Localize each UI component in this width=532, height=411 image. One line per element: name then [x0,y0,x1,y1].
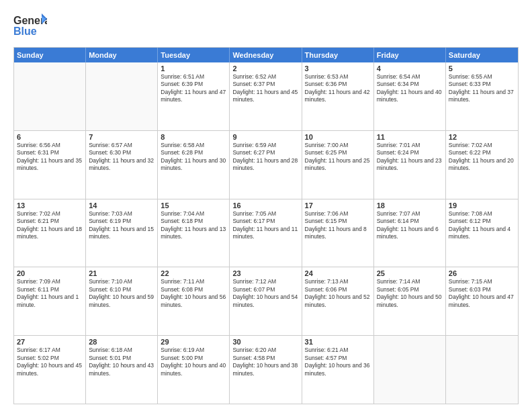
table-row: 31Sunrise: 6:21 AMSunset: 4:57 PMDayligh… [302,336,374,404]
day-info: Sunrise: 7:02 AMSunset: 6:21 PMDaylight:… [17,210,83,241]
table-row: 7Sunrise: 6:57 AMSunset: 6:30 PMDaylight… [86,131,158,199]
day-info: Sunrise: 7:09 AMSunset: 6:11 PMDaylight:… [17,278,83,309]
table-row: 5Sunrise: 6:55 AMSunset: 6:33 PMDaylight… [446,62,518,130]
day-number: 11 [377,133,443,141]
table-row: 1Sunrise: 6:51 AMSunset: 6:39 PMDaylight… [158,62,230,130]
day-number: 6 [17,133,83,141]
table-row [14,62,86,130]
day-info: Sunrise: 7:02 AMSunset: 6:22 PMDaylight:… [449,142,515,173]
day-number: 23 [232,269,298,277]
calendar: SundayMondayTuesdayWednesdayThursdayFrid… [13,47,519,404]
day-info: Sunrise: 6:19 AMSunset: 5:00 PMDaylight:… [161,347,226,377]
page: General Blue SundayMondayTuesdayWednesda… [0,0,532,411]
table-row: 27Sunrise: 6:17 AMSunset: 5:02 PMDayligh… [14,336,86,404]
header-day-thursday: Thursday [302,48,374,62]
header-day-tuesday: Tuesday [158,48,230,62]
day-info: Sunrise: 6:20 AMSunset: 4:58 PMDaylight:… [232,347,298,377]
table-row: 4Sunrise: 6:54 AMSunset: 6:34 PMDaylight… [374,62,446,130]
day-number: 24 [305,269,371,277]
table-row: 25Sunrise: 7:14 AMSunset: 6:05 PMDayligh… [374,267,446,335]
header-day-wednesday: Wednesday [230,48,302,62]
header-day-sunday: Sunday [14,48,86,62]
day-info: Sunrise: 6:18 AMSunset: 5:01 PMDaylight:… [89,347,154,377]
table-row: 28Sunrise: 6:18 AMSunset: 5:01 PMDayligh… [86,336,158,404]
day-number: 7 [89,133,154,141]
day-number: 13 [17,201,83,210]
day-info: Sunrise: 6:55 AMSunset: 6:33 PMDaylight:… [449,73,515,104]
table-row: 10Sunrise: 7:00 AMSunset: 6:25 PMDayligh… [302,131,374,199]
day-info: Sunrise: 7:12 AMSunset: 6:07 PMDaylight:… [232,278,298,309]
day-number: 4 [377,64,443,73]
day-number: 10 [305,133,371,141]
day-number: 21 [89,269,154,277]
table-row: 9Sunrise: 6:59 AMSunset: 6:27 PMDaylight… [230,131,302,199]
table-row: 15Sunrise: 7:04 AMSunset: 6:18 PMDayligh… [158,199,230,267]
day-info: Sunrise: 7:11 AMSunset: 6:08 PMDaylight:… [161,278,226,309]
table-row: 29Sunrise: 6:19 AMSunset: 5:00 PMDayligh… [158,336,230,404]
day-info: Sunrise: 6:51 AMSunset: 6:39 PMDaylight:… [161,73,226,104]
calendar-header: SundayMondayTuesdayWednesdayThursdayFrid… [14,48,518,62]
day-number: 31 [305,338,371,346]
day-number: 5 [449,64,515,73]
day-info: Sunrise: 7:14 AMSunset: 6:05 PMDaylight:… [377,278,443,309]
calendar-row-2: 13Sunrise: 7:02 AMSunset: 6:21 PMDayligh… [14,199,518,267]
day-info: Sunrise: 7:15 AMSunset: 6:03 PMDaylight:… [449,278,515,309]
day-number: 16 [232,201,298,210]
svg-text:Blue: Blue [13,26,37,37]
header-day-friday: Friday [374,48,446,62]
day-info: Sunrise: 7:07 AMSunset: 6:14 PMDaylight:… [377,210,443,241]
day-info: Sunrise: 6:59 AMSunset: 6:27 PMDaylight:… [232,142,298,173]
day-info: Sunrise: 7:13 AMSunset: 6:06 PMDaylight:… [305,278,371,309]
day-info: Sunrise: 7:00 AMSunset: 6:25 PMDaylight:… [305,142,371,173]
day-number: 3 [305,64,371,73]
table-row: 21Sunrise: 7:10 AMSunset: 6:10 PMDayligh… [86,267,158,335]
day-info: Sunrise: 7:03 AMSunset: 6:19 PMDaylight:… [89,210,154,241]
day-number: 27 [17,338,83,346]
day-number: 15 [161,201,226,210]
day-number: 19 [449,201,515,210]
table-row: 19Sunrise: 7:08 AMSunset: 6:12 PMDayligh… [446,199,518,267]
day-number: 26 [449,269,515,277]
logo-icon: General Blue [13,12,47,40]
day-info: Sunrise: 7:08 AMSunset: 6:12 PMDaylight:… [449,210,515,241]
calendar-row-3: 20Sunrise: 7:09 AMSunset: 6:11 PMDayligh… [14,267,518,335]
day-number: 2 [232,64,298,73]
table-row: 22Sunrise: 7:11 AMSunset: 6:08 PMDayligh… [158,267,230,335]
day-number: 22 [161,269,226,277]
day-number: 9 [232,133,298,141]
header: General Blue [13,12,519,40]
table-row: 12Sunrise: 7:02 AMSunset: 6:22 PMDayligh… [446,131,518,199]
day-info: Sunrise: 6:52 AMSunset: 6:37 PMDaylight:… [232,73,298,104]
table-row: 2Sunrise: 6:52 AMSunset: 6:37 PMDaylight… [230,62,302,130]
table-row: 24Sunrise: 7:13 AMSunset: 6:06 PMDayligh… [302,267,374,335]
calendar-row-0: 1Sunrise: 6:51 AMSunset: 6:39 PMDaylight… [14,62,518,130]
day-info: Sunrise: 7:01 AMSunset: 6:24 PMDaylight:… [377,142,443,173]
day-number: 30 [232,338,298,346]
day-info: Sunrise: 7:04 AMSunset: 6:18 PMDaylight:… [161,210,226,241]
day-number: 14 [89,201,154,210]
day-info: Sunrise: 6:21 AMSunset: 4:57 PMDaylight:… [305,347,371,377]
table-row [374,336,446,404]
table-row: 8Sunrise: 6:58 AMSunset: 6:28 PMDaylight… [158,131,230,199]
day-number: 25 [377,269,443,277]
logo: General Blue [13,12,47,40]
day-number: 20 [17,269,83,277]
table-row [446,336,518,404]
table-row [86,62,158,130]
day-info: Sunrise: 6:53 AMSunset: 6:36 PMDaylight:… [305,73,371,104]
table-row: 18Sunrise: 7:07 AMSunset: 6:14 PMDayligh… [374,199,446,267]
day-info: Sunrise: 6:17 AMSunset: 5:02 PMDaylight:… [17,347,83,377]
day-info: Sunrise: 6:54 AMSunset: 6:34 PMDaylight:… [377,73,443,104]
calendar-row-1: 6Sunrise: 6:56 AMSunset: 6:31 PMDaylight… [14,130,518,199]
header-day-monday: Monday [86,48,158,62]
day-info: Sunrise: 7:05 AMSunset: 6:17 PMDaylight:… [232,210,298,241]
table-row: 26Sunrise: 7:15 AMSunset: 6:03 PMDayligh… [446,267,518,335]
day-number: 1 [161,64,226,73]
day-info: Sunrise: 7:06 AMSunset: 6:15 PMDaylight:… [305,210,371,241]
day-number: 17 [305,201,371,210]
day-info: Sunrise: 6:58 AMSunset: 6:28 PMDaylight:… [161,142,226,173]
day-number: 12 [449,133,515,141]
table-row: 16Sunrise: 7:05 AMSunset: 6:17 PMDayligh… [230,199,302,267]
table-row: 17Sunrise: 7:06 AMSunset: 6:15 PMDayligh… [302,199,374,267]
table-row: 20Sunrise: 7:09 AMSunset: 6:11 PMDayligh… [14,267,86,335]
